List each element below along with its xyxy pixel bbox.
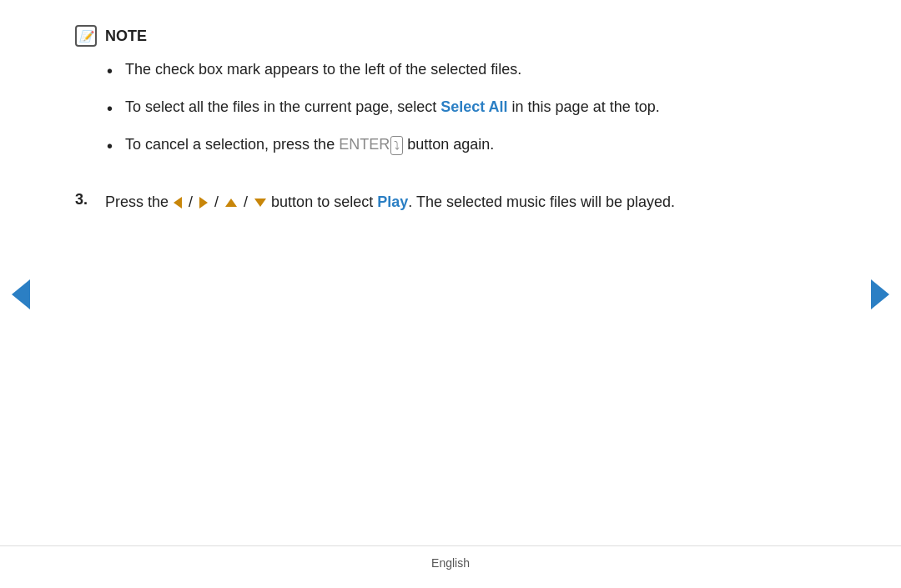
step-3-text-before: Press the [105,193,173,210]
note-section: 📝 NOTE The check box mark appears to the… [75,25,826,171]
step-3-number: 3. [75,191,98,209]
note-label: NOTE [105,28,147,45]
select-all-link[interactable]: Select All [440,98,507,115]
arrow-up-icon [225,199,237,207]
bullet-2-text-before: To select all the files in the current p… [125,98,440,115]
enter-icon: ⤵ [390,136,403,155]
nav-prev-button[interactable] [12,279,30,309]
play-link[interactable]: Play [377,193,408,210]
arrow-left-icon [174,197,182,209]
step-3-text-after: . The selected music files will be playe… [408,193,675,210]
enter-key-text: ENTER [339,136,390,153]
footer-language: English [431,556,470,570]
main-content: 📝 NOTE The check box mark appears to the… [0,0,901,214]
step-3-content: Press the / / / button to select Play. T… [105,191,675,214]
note-header: 📝 NOTE [75,25,826,47]
footer-divider [0,545,901,546]
arrow-right-icon [199,197,208,209]
bullet-3-text-after: button again. [403,136,494,153]
slash-1: / [184,193,197,210]
bullet-2-text-after: in this page at the top. [508,98,660,115]
step-3-text-middle: button to select [267,193,377,210]
nav-next-button[interactable] [871,279,889,309]
note-bullets-list: The check box mark appears to the left o… [107,58,826,171]
bullet-1-text: The check box mark appears to the left o… [125,61,521,78]
bullet-3-text-before: To cancel a selection, press the [125,136,339,153]
slash-3: / [239,193,252,210]
note-bullet-3: To cancel a selection, press the ENTER⤵ … [107,133,826,156]
note-bullet-1: The check box mark appears to the left o… [107,58,826,81]
note-bullet-2: To select all the files in the current p… [107,96,826,118]
note-icon: 📝 [75,25,97,47]
slash-2: / [210,193,223,210]
arrow-down-icon [254,199,266,207]
step-3: 3. Press the / / / button to select Play… [75,191,826,214]
